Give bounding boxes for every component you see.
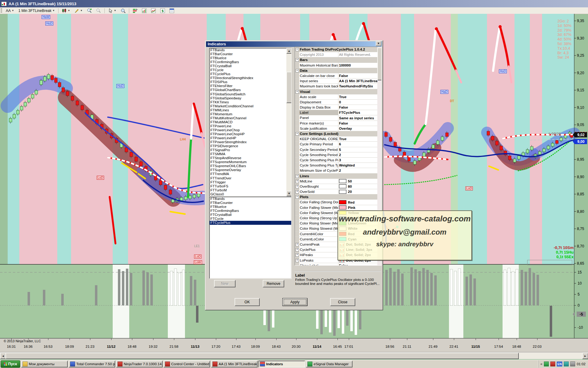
property-value-cell[interactable]: Overlay [338,126,381,131]
property-value-cell[interactable]: True [338,136,381,141]
property-row[interactable]: Cycle Smoothing Period2 [295,152,381,158]
available-indicator-item[interactable]: GClass0 [209,192,286,196]
property-row[interactable]: Input seriesAA (1 Min 3FTLineBreak) [295,79,381,84]
available-indicator-item[interactable]: FTMMLines [209,108,286,112]
property-value-cell[interactable]: 50 [338,179,381,184]
property-section[interactable]: −Plots [295,194,381,200]
expand-toggle-icon[interactable]: − [295,174,299,178]
expand-toggle-icon[interactable]: − [295,68,299,73]
expand-toggle-icon[interactable]: + [295,242,299,247]
available-indicator-item[interactable]: FTTrendOver [209,176,286,180]
property-section[interactable]: −Visual [295,89,381,94]
applied-indicator-item[interactable]: FTBlueIce [209,205,291,209]
expand-toggle-icon[interactable]: − [295,57,299,62]
property-value-cell[interactable]: False [338,105,381,110]
property-section[interactable]: −Bars [295,57,381,63]
available-indicator-item[interactable]: FTKKTimes [209,100,286,104]
property-value-cell[interactable]: 6 [338,142,381,147]
apply-button[interactable]: Apply [282,298,307,306]
dialog-titlebar[interactable]: Indicators [206,41,382,47]
property-value-cell[interactable]: TwoHundredFiftySix [338,84,381,89]
available-indicator-item[interactable]: FTCycle [209,68,286,72]
scrollbar-part[interactable]: ▲ [286,48,292,54]
property-value-cell[interactable]: 5 [338,147,381,152]
available-indicator-item[interactable]: FTPowerLineHP [209,136,286,140]
property-row[interactable]: Maximum Historical Bars100000 [295,63,381,68]
available-indicator-item[interactable]: FTPowerStrengthIndex [209,140,286,144]
property-row[interactable]: Cycle Smoothing Plus Period3 [295,158,381,163]
available-indicator-item[interactable]: FTEhlersFilter [209,84,286,88]
property-row[interactable]: Price marker(s)False [295,121,381,126]
property-value-cell[interactable]: Red [338,200,381,205]
property-value-cell[interactable]: 2 [338,152,381,157]
property-row[interactable]: Color Falling Slower (Mid)Pink [295,205,381,210]
property-row[interactable]: Display in Data BoxFalse [295,105,381,110]
available-indicator-item[interactable]: FTCyclePlus [209,72,286,76]
expand-toggle-icon[interactable]: + [295,258,299,263]
tray-ninjatrader-icon[interactable] [550,362,555,366]
property-row[interactable]: Displacement0 [295,100,381,105]
available-indicator-item[interactable]: FTGlobalSpeedway [209,96,286,100]
taskbar-button-esignal[interactable]: eSignal Data Manager [306,361,352,367]
property-value-cell[interactable]: AA (1 Min 3FTLineBreak) [338,79,381,83]
close-icon[interactable]: × [376,41,381,46]
applied-indicator-item[interactable]: FTConfirmingBars [209,209,291,213]
available-indicator-item[interactable]: FTSignalPro [209,148,286,152]
available-indicators-list[interactable]: FTBandsFTBarCounterFTBlueIceFTConfirming… [209,48,292,197]
scrollbar-part[interactable] [6,353,519,359]
available-indicator-item[interactable]: FTGlobalSoundSwitch [209,92,286,96]
expand-toggle-icon[interactable]: − [295,89,299,94]
remove-button[interactable]: Remove [263,280,284,287]
property-row[interactable]: +OverBought80 [295,184,381,189]
available-indicator-item[interactable]: FTBarCounter [209,52,286,56]
scrollbar-part[interactable]: ► [582,353,588,359]
property-value-cell[interactable]: 3 [338,158,381,163]
available-indicator-item[interactable]: FTTrendMA [209,172,286,176]
available-indicator-item[interactable]: FTMultiMACD [209,120,286,124]
property-row[interactable]: Cycle Secondary Period5 [295,147,381,152]
close-button[interactable]: Close [330,298,355,306]
horizontal-scrollbar[interactable]: ◄► [0,352,588,359]
property-row[interactable]: LabelFTCyclePlus [295,110,381,115]
property-row[interactable]: +MidLine50 [295,179,381,184]
new-button[interactable]: New [214,280,236,287]
available-indicator-item[interactable]: FTTurboFS [209,184,286,188]
taskbar-button-ind[interactable]: Indicators [258,361,305,367]
applied-indicator-item[interactable]: FTCrystalBall [209,213,291,217]
language-indicator[interactable]: EN [557,362,562,366]
expand-toggle-icon[interactable]: + [295,247,299,252]
property-row[interactable]: Copyright 2013All Rights Reserved. [295,52,381,57]
property-row[interactable]: Cycle Smoothing Plus TypeWeighted [295,163,381,168]
taskbar-button-folder[interactable]: Мои документы [21,361,68,367]
available-indicator-item[interactable]: FTBands [209,48,286,52]
available-indicator-item[interactable]: FTDirectionalStrengthIndex [209,76,286,80]
available-indicator-item[interactable]: FTConfirmingBars [209,60,286,64]
property-value-cell[interactable]: Pink [338,205,381,210]
applied-indicator-item[interactable]: FTBands [209,197,291,201]
start-button[interactable]: Пуск [1,360,20,368]
property-value-cell[interactable]: Same as input series [338,115,381,120]
property-value-cell[interactable]: 100000 [338,63,381,68]
property-section[interactable]: −Core Settings (Locked) [295,131,381,136]
property-row[interactable]: Calculate on bar closeFalse [295,73,381,79]
applied-indicator-item[interactable]: FTCycle [209,217,291,221]
taskbar-button-nt[interactable]: NinjaTrader 7.0.1000.14... [116,361,163,367]
scrollbar-part[interactable]: ◄ [0,353,6,359]
expand-toggle-icon[interactable]: + [295,184,299,189]
property-value-cell[interactable]: True [338,94,381,99]
scrollbar-part[interactable] [377,48,382,80]
tray-esignal-icon[interactable] [564,362,569,366]
property-row[interactable]: Minimum Size of CyclePlus2 [295,168,381,173]
expand-toggle-icon[interactable]: + [295,252,299,257]
applied-indicator-item[interactable]: FTCyclePlus [209,221,291,225]
property-section[interactable]: −Felton Trading DivProCyclePlus 1.0.4.2 [295,47,381,52]
scrollbar-part[interactable] [286,72,292,103]
available-indicator-item[interactable]: FTStopAndReverse [209,156,286,160]
property-value-cell[interactable]: All Rights Reserved. [338,52,381,57]
taskbar-button-cc[interactable]: Control Center - Untitled1 [164,361,210,367]
expand-toggle-icon[interactable]: − [295,131,299,136]
expand-toggle-icon[interactable]: + [295,179,299,184]
available-indicator-item[interactable]: FTMomentum [209,112,286,116]
available-indicator-item[interactable]: FTPowerLineChopHP [209,132,286,136]
available-indicator-item[interactable]: FTSupremeOHLCBars [209,164,286,168]
